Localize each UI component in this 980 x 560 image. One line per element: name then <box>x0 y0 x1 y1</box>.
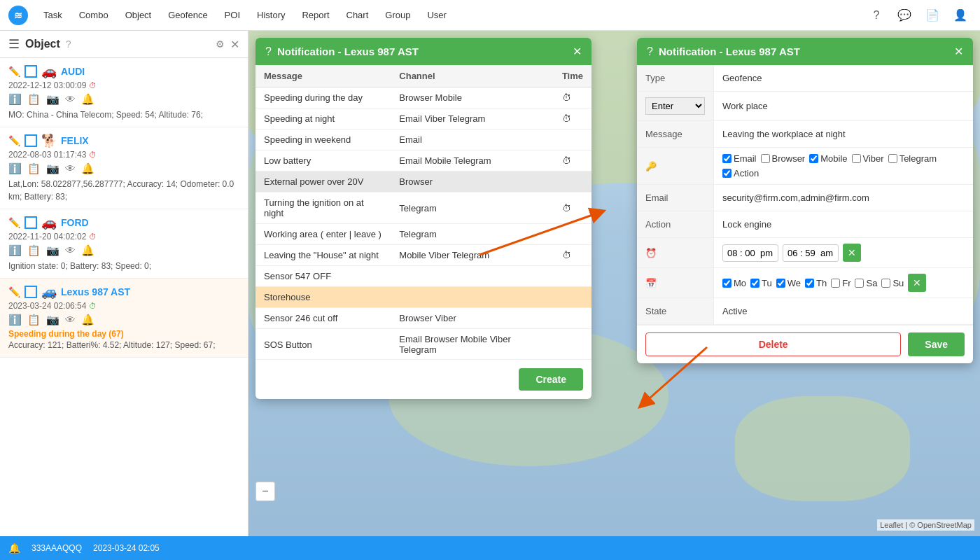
checkbox-felix[interactable] <box>24 134 37 147</box>
checkbox-we[interactable] <box>776 279 785 288</box>
checkbox-telegram-label[interactable]: Telegram <box>888 153 937 164</box>
checkbox-audi[interactable] <box>24 65 37 78</box>
vehicle-name-ford[interactable]: FORD <box>61 217 89 228</box>
time-from-input[interactable] <box>722 244 778 262</box>
checkbox-mobile[interactable] <box>809 154 818 163</box>
checkbox-telegram[interactable] <box>888 154 897 163</box>
delete-button[interactable]: Delete <box>645 332 901 356</box>
edit-audi-icon[interactable]: ✏️ <box>8 66 20 77</box>
notification-list-close-icon[interactable]: ✕ <box>573 45 582 58</box>
document-icon[interactable]: 📄 <box>921 4 944 27</box>
checkbox-su-label[interactable]: Su <box>881 278 904 288</box>
eye-icon-lexus[interactable]: 👁 <box>65 314 76 326</box>
checkbox-email-label[interactable]: Email <box>722 153 757 164</box>
checkbox-tu-label[interactable]: Tu <box>750 278 772 288</box>
nav-report[interactable]: Report <box>295 6 336 24</box>
list-icon-lexus[interactable]: 📋 <box>27 314 41 326</box>
checkbox-mobile-label[interactable]: Mobile <box>809 153 847 164</box>
checkbox-ford[interactable] <box>24 216 37 229</box>
table-row[interactable]: SOS ButtonEmail Browser Mobile Viber Tel… <box>255 329 592 360</box>
edit-felix-icon[interactable]: ✏️ <box>8 135 20 146</box>
bell-icon-ford[interactable]: 🔔 <box>81 244 94 257</box>
eye-icon-felix[interactable]: 👁 <box>65 162 76 175</box>
notif-list-help-icon[interactable]: ? <box>265 46 272 58</box>
checkbox-su[interactable] <box>881 279 890 288</box>
eye-icon-ford[interactable]: 👁 <box>65 244 76 257</box>
bell-icon-felix[interactable]: 🔔 <box>81 162 94 175</box>
map-area[interactable]: ? Notification - Lexus 987 AST ✕ Message… <box>248 31 980 536</box>
camera-icon-lexus[interactable]: 📷 <box>46 314 59 326</box>
save-button[interactable]: Save <box>908 332 965 356</box>
eye-icon-audi[interactable]: 👁 <box>65 93 76 106</box>
vehicle-name-lexus[interactable]: Lexus 987 AST <box>61 286 130 298</box>
checkbox-we-label[interactable]: We <box>776 278 801 288</box>
table-row[interactable]: Sensor 547 OFF <box>255 266 592 287</box>
enter-select[interactable]: Enter Leave <box>645 97 705 115</box>
table-row[interactable]: Storehouse <box>255 287 592 308</box>
info-icon-ford[interactable]: ℹ️ <box>8 244 22 257</box>
bell-icon-lexus[interactable]: 🔔 <box>81 314 94 326</box>
checkbox-browser-label[interactable]: Browser <box>761 153 806 164</box>
list-icon-audi[interactable]: 📋 <box>27 93 41 106</box>
time-to-input[interactable] <box>783 244 839 262</box>
app-logo[interactable]: ≋ <box>8 6 28 25</box>
nav-object[interactable]: Object <box>118 6 159 24</box>
chat-icon[interactable]: 💬 <box>893 4 916 27</box>
nav-task[interactable]: Task <box>36 6 69 24</box>
sidebar-close-icon[interactable]: ✕ <box>230 38 239 51</box>
user-icon[interactable]: 👤 <box>949 4 972 27</box>
checkbox-email[interactable] <box>722 154 732 163</box>
info-icon-felix[interactable]: ℹ️ <box>8 162 22 175</box>
sidebar-help-icon[interactable]: ? <box>66 38 71 50</box>
time-clear-button[interactable]: ✕ <box>843 244 861 262</box>
list-icon-felix[interactable]: 📋 <box>27 162 41 175</box>
table-row[interactable]: Working area ( enter | leave )Telegram <box>255 224 592 245</box>
checkbox-viber-label[interactable]: Viber <box>852 153 884 164</box>
list-icon-ford[interactable]: 📋 <box>27 244 41 257</box>
checkbox-mo[interactable] <box>722 279 732 288</box>
checkbox-tu[interactable] <box>750 279 760 288</box>
create-button[interactable]: Create <box>519 368 583 391</box>
checkbox-sa-label[interactable]: Sa <box>855 278 877 288</box>
vehicle-name-audi[interactable]: AUDI <box>61 66 85 77</box>
table-row[interactable]: Sensor 246 cut offBrowser Viber <box>255 308 592 329</box>
sidebar-filter-icon[interactable]: ⚙ <box>216 38 225 50</box>
checkbox-mo-label[interactable]: Mo <box>722 278 746 288</box>
checkbox-browser[interactable] <box>761 154 770 163</box>
nav-history[interactable]: History <box>250 6 292 24</box>
table-row[interactable]: Low batteryEmail Mobile Telegram⏱ <box>255 150 592 172</box>
notif-detail-help-icon[interactable]: ? <box>647 46 653 58</box>
time-value[interactable]: ✕ <box>714 238 973 267</box>
checkbox-action[interactable] <box>722 169 732 178</box>
table-row[interactable]: External power over 20VBrowser <box>255 172 592 192</box>
info-icon-audi[interactable]: ℹ️ <box>8 93 22 106</box>
zoom-in-button[interactable]: − <box>255 482 275 501</box>
edit-lexus-icon[interactable]: ✏️ <box>8 286 20 298</box>
camera-icon-ford[interactable]: 📷 <box>46 244 59 257</box>
nav-poi[interactable]: POI <box>218 6 247 24</box>
table-row[interactable]: Speeding in weekendEmail <box>255 130 592 150</box>
days-clear-button[interactable]: ✕ <box>908 274 926 292</box>
checkbox-fr-label[interactable]: Fr <box>831 278 850 288</box>
checkbox-fr[interactable] <box>831 279 840 288</box>
camera-icon-felix[interactable]: 📷 <box>46 162 59 175</box>
checkbox-lexus[interactable] <box>24 286 37 298</box>
table-row[interactable]: Speeding at nightEmail Viber Telegram⏱ <box>255 108 592 130</box>
nav-combo[interactable]: Combo <box>72 6 115 24</box>
info-icon-lexus[interactable]: ℹ️ <box>8 314 22 326</box>
table-row[interactable]: Speeding during the dayBrowser Mobile⏱ <box>255 88 592 108</box>
checkbox-action-label[interactable]: Action <box>722 168 759 178</box>
table-row[interactable]: Leaving the "House" at nightMobile Viber… <box>255 245 592 266</box>
camera-icon-audi[interactable]: 📷 <box>46 93 59 106</box>
nav-chart[interactable]: Chart <box>340 6 376 24</box>
checkbox-viber[interactable] <box>852 154 861 163</box>
nav-group[interactable]: Group <box>378 6 417 24</box>
vehicle-name-felix[interactable]: FELIX <box>61 135 89 146</box>
bell-icon-audi[interactable]: 🔔 <box>81 93 94 106</box>
edit-ford-icon[interactable]: ✏️ <box>8 217 20 228</box>
menu-hamburger-icon[interactable]: ☰ <box>8 36 20 52</box>
checkbox-sa[interactable] <box>855 279 864 288</box>
checkbox-th[interactable] <box>805 279 814 288</box>
table-row[interactable]: Turning the ignition on at nightTelegram… <box>255 192 592 224</box>
nav-user[interactable]: User <box>420 6 453 24</box>
